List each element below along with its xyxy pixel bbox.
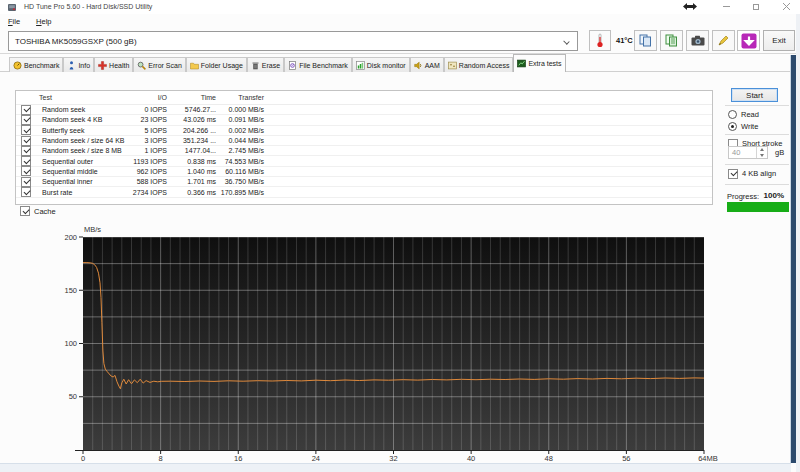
progress-fill [727,202,789,212]
screenshot-button[interactable] [686,30,709,51]
folder-usage-icon [190,61,199,70]
progress-value: 100% [764,191,784,200]
test-value: 351.234 ... [167,137,216,144]
tab-label: Extra tests [528,60,561,67]
test-checkbox[interactable] [21,105,31,115]
test-value: 1477.04... [167,147,216,154]
svg-text:40: 40 [467,454,475,463]
test-checkbox[interactable] [21,146,31,156]
extra-tests-icon [517,59,526,68]
tab-erase[interactable]: Erase [247,57,284,72]
minimize-button[interactable] [714,0,738,13]
test-checkbox[interactable] [21,177,31,187]
svg-text:8: 8 [159,454,163,463]
temperature-indicator [589,30,611,51]
read-label: Read [741,110,759,119]
tab-label: Error Scan [148,62,181,69]
benchmark-icon [13,61,22,70]
drive-selector[interactable]: TOSHIBA MK5059GSXP (500 gB) [8,31,578,51]
write-option[interactable]: Write [728,121,758,132]
read-radio[interactable] [728,110,737,119]
start-button[interactable]: Start [731,88,778,102]
tab-label: Disk monitor [367,62,406,69]
title-bar: HD Tune Pro 5.60 - Hard Disk/SSD Utility [0,0,800,14]
test-row: Random seek / size 8 MB1 IOPS1477.04...2… [16,146,712,156]
test-checkbox[interactable] [21,156,31,166]
capacity-input[interactable]: 40 [728,146,768,159]
window-edge [796,14,800,472]
test-name: Random seek [42,106,85,113]
aam-icon [414,61,423,70]
test-value: 1.040 ms [167,168,216,175]
test-value: 0.838 ms [167,158,216,165]
test-checkbox[interactable] [21,166,31,176]
capacity-value: 40 [732,148,740,157]
cache-checkbox[interactable] [20,206,30,216]
copy-text-button[interactable] [660,30,683,51]
test-row: Random seek / size 64 KB3 IOPS351.234 ..… [16,136,712,146]
test-controls-panel: Start Read Write Short stroke 40 gB 4 KB… [725,72,790,463]
read-option[interactable]: Read [728,109,759,120]
test-value: 204.266 ... [167,127,216,134]
test-row: Sequential inner588 IOPS1.701 ms36.750 M… [16,177,712,187]
tab-error-scan[interactable]: Error Scan [133,57,185,72]
test-row: Sequential outer1193 IOPS0.838 ms74.553 … [16,156,712,166]
test-value: 170.895 MB/s [216,189,264,196]
stepper-down-icon[interactable] [757,153,767,159]
test-checkbox[interactable] [21,187,31,197]
test-checkbox[interactable] [21,136,31,146]
test-value: 43.026 ms [167,116,216,123]
capacity-stepper[interactable] [756,147,767,158]
tab-label: Random Access [459,62,510,69]
column-header: I/O [126,94,167,101]
mouse-cursor [683,2,697,13]
svg-text:200: 200 [64,233,77,242]
test-checkbox[interactable] [21,115,31,125]
health-icon [98,61,107,70]
tab-folder-usage[interactable]: Folder Usage [186,57,247,72]
column-header: Time [167,94,216,101]
tab-info[interactable]: Info [63,57,94,72]
tab-aam[interactable]: AAM [410,57,444,72]
copy-image-button[interactable] [634,30,657,51]
menu-help[interactable]: Help [32,16,55,27]
thermometer-icon [596,33,604,48]
tab-health[interactable]: Health [94,57,133,72]
write-radio[interactable] [728,122,737,131]
tab-file-benchmark[interactable]: File Benchmark [284,57,352,72]
test-value: 0.091 MB/s [216,116,264,123]
test-name: Random seek 4 KB [42,116,102,123]
info-icon [67,61,76,70]
svg-text:0: 0 [81,454,85,463]
disk-monitor-icon [356,61,365,70]
maximize-button[interactable] [744,0,768,13]
test-checkbox[interactable] [21,125,31,135]
edit-button[interactable] [712,30,735,51]
kb-align-option[interactable]: 4 KB align [728,168,776,179]
tab-extra-tests[interactable]: Extra tests [513,54,565,72]
save-button[interactable] [737,30,760,51]
kb-align-checkbox[interactable] [728,169,738,179]
exit-button[interactable]: Exit [763,30,795,51]
test-value: 1 IOPS [126,147,167,154]
test-value: 588 IOPS [126,178,167,185]
svg-text:100: 100 [64,339,77,348]
save-icon [741,33,757,49]
tab-disk-monitor[interactable]: Disk monitor [352,57,410,72]
tab-label: AAM [425,62,440,69]
svg-text:MB/s: MB/s [84,225,101,234]
test-row: Random seek0 IOPS5746.27...0.000 MB/s [16,105,712,115]
svg-text:150: 150 [64,286,77,295]
test-value: 60.116 MB/s [216,168,264,175]
svg-text:64MB: 64MB [698,454,718,463]
close-button[interactable] [774,0,798,13]
tab-benchmark[interactable]: Benchmark [9,57,63,72]
temperature-value: 41°C [616,36,633,45]
test-row: Sequential middle962 IOPS1.040 ms60.116 … [16,167,712,177]
cache-checkbox-row[interactable]: Cache [20,206,56,216]
test-value: 1.701 ms [167,178,216,185]
menu-file[interactable]: File [4,16,24,27]
tab-random-access[interactable]: Random Access [444,57,514,72]
test-value: 1193 IOPS [126,158,167,165]
transfer-rate-chart: 0816243240485664MB50100150200MB/s [0,218,740,468]
